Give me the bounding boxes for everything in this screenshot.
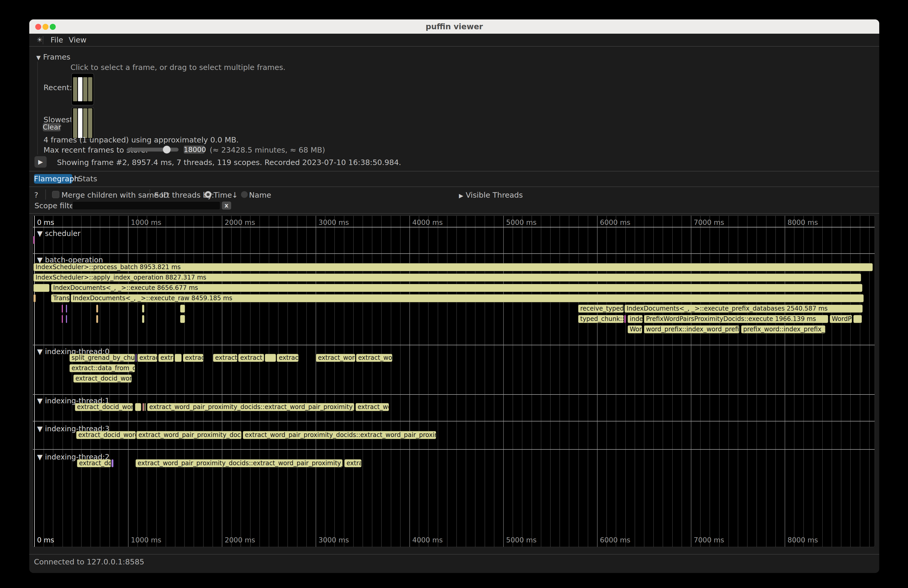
flame-bar[interactable]: extract_word_pair_proximity_docids::extr… xyxy=(243,431,436,439)
flame-bar[interactable]: IndexDocuments<_, _>::execute 8656.677 m… xyxy=(51,284,862,292)
flame-bar[interactable]: extract_wo xyxy=(356,403,389,411)
frame-preview-bar[interactable] xyxy=(88,108,92,138)
flame-bar[interactable] xyxy=(96,315,98,323)
minimize-window-icon[interactable] xyxy=(42,24,48,30)
flame-bar[interactable]: IndexDocuments<_, _>::execute_prefix_dat… xyxy=(625,305,863,313)
flame-bar[interactable] xyxy=(66,315,67,323)
flame-bar[interactable]: extrac xyxy=(345,459,362,467)
sort-time-radio[interactable] xyxy=(205,191,211,198)
flame-bar[interactable] xyxy=(135,403,141,411)
flame-bar[interactable] xyxy=(142,305,144,313)
flame-bar[interactable]: PrefixWordPairsProximityDocids::execute … xyxy=(644,315,828,323)
flame-bar[interactable]: Trans xyxy=(51,294,70,302)
app-window: puffin viewer ☀ File View ▼ Frames Click… xyxy=(29,19,879,573)
flame-bar[interactable] xyxy=(145,403,146,411)
flame-bar[interactable]: index xyxy=(628,315,642,323)
scope-filter-input[interactable] xyxy=(72,201,220,210)
flame-bar[interactable] xyxy=(34,294,36,302)
slowest-frames-thumbnail[interactable] xyxy=(71,107,94,139)
menu-file[interactable]: File xyxy=(50,34,63,46)
flame-bar[interactable]: receive_typed_ xyxy=(578,305,624,313)
sort-name-radio[interactable] xyxy=(241,191,248,198)
flame-bar[interactable]: extract_docid_word xyxy=(73,374,132,382)
visible-threads-header[interactable]: ▶ Visible Threads xyxy=(459,191,523,199)
flame-bar[interactable]: prefix_word::index_prefix_wo xyxy=(741,325,825,333)
flame-bar[interactable] xyxy=(853,315,862,323)
axis-tick-label: 8000 ms xyxy=(787,536,818,544)
max-frames-value[interactable]: 18000 xyxy=(184,146,204,154)
flame-bar[interactable]: extrac xyxy=(183,354,203,362)
help-button[interactable]: ? xyxy=(34,191,38,199)
frame-preview-bar[interactable] xyxy=(73,77,77,101)
frames-collapse-header[interactable]: ▼ Frames xyxy=(36,53,71,61)
flame-bar[interactable]: extract_docid_word xyxy=(76,431,136,439)
flame-bar[interactable]: extract_word_pair_proximity_docids::extr… xyxy=(135,459,343,467)
divider xyxy=(29,46,879,47)
frame-preview-bar[interactable] xyxy=(88,77,92,101)
max-frames-slider[interactable] xyxy=(127,148,179,151)
sort-direction-arrow-icon[interactable]: ↓ xyxy=(232,191,238,199)
flame-bar[interactable]: extract_ xyxy=(213,354,237,362)
flame-bar[interactable] xyxy=(175,354,182,362)
close-window-icon[interactable] xyxy=(35,24,41,30)
flame-bar[interactable]: extract_word_pair_proximity_docids xyxy=(136,431,241,439)
flame-bar[interactable] xyxy=(624,315,626,323)
flame-bar[interactable]: IndexScheduler>::apply_index_operation 8… xyxy=(34,273,861,281)
flame-bar[interactable]: extract_word_pair_proximity_docids::extr… xyxy=(147,403,354,411)
flame-bar[interactable]: extract_wo xyxy=(356,354,392,362)
flame-bar[interactable] xyxy=(143,403,144,411)
frame-preview-bar[interactable] xyxy=(78,77,82,101)
frame-preview-bar[interactable] xyxy=(78,108,82,138)
thread-header-scheduler[interactable]: ▼ scheduler xyxy=(37,229,80,238)
frames-hint: Click to select a frame, or drag to sele… xyxy=(71,63,286,72)
flame-bar[interactable]: split_grenad_by_chun xyxy=(69,354,135,362)
frame-preview-bar[interactable] xyxy=(73,108,77,138)
flame-bar[interactable] xyxy=(33,236,34,244)
flame-bar[interactable]: extra xyxy=(158,354,174,362)
clear-button[interactable]: Clear xyxy=(43,123,61,131)
frame-preview-bar[interactable] xyxy=(83,108,87,138)
flame-bar[interactable]: extract::data_from_ob xyxy=(69,364,135,372)
flame-bar[interactable] xyxy=(265,354,276,362)
flame-bar[interactable]: extract_word xyxy=(316,354,355,362)
flame-bar[interactable] xyxy=(180,305,185,313)
flame-bar[interactable]: word_prefix::index_word_prefix_ xyxy=(644,325,739,333)
zoom-window-icon[interactable] xyxy=(50,24,56,30)
merge-children-checkbox[interactable] xyxy=(52,191,60,198)
flame-bar[interactable]: extract xyxy=(137,354,157,362)
flame-bar[interactable] xyxy=(142,315,144,323)
merge-children-label[interactable]: Merge children with same ID xyxy=(61,191,169,199)
flame-bar[interactable]: IndexScheduler>::process_batch 8953.821 … xyxy=(34,263,873,271)
slider-knob[interactable] xyxy=(163,146,171,154)
flame-bar[interactable] xyxy=(180,315,185,323)
flame-bar[interactable]: extract_docid_word xyxy=(75,403,133,411)
flame-bar[interactable] xyxy=(34,284,50,292)
flame-bar[interactable] xyxy=(96,305,98,313)
recent-frames-thumbnail[interactable] xyxy=(71,73,94,105)
window-title: puffin viewer xyxy=(29,19,879,34)
sort-name-label[interactable]: Name xyxy=(249,191,271,199)
flame-bar[interactable]: extract_doc xyxy=(77,459,111,467)
tab-flamegraph[interactable]: Flamegraph xyxy=(34,174,72,184)
sort-time-label[interactable]: Time xyxy=(214,191,232,199)
flame-bar[interactable] xyxy=(62,315,63,323)
flame-bar[interactable]: typed_chunk::w xyxy=(578,315,624,323)
flamegraph-canvas[interactable]: 0 ms0 ms1000 ms1000 ms2000 ms2000 ms3000… xyxy=(33,215,875,547)
axis-tick-label: 4000 ms xyxy=(412,536,443,544)
flame-bar[interactable] xyxy=(111,459,114,467)
menu-view[interactable]: View xyxy=(69,34,87,46)
flame-bar[interactable]: IndexDocuments<_, _>::execute_raw 8459.1… xyxy=(71,294,864,302)
flame-bar[interactable] xyxy=(62,305,63,313)
flame-bar[interactable]: extract_ xyxy=(238,354,264,362)
flame-bar[interactable] xyxy=(66,305,67,313)
flame-bar[interactable] xyxy=(135,354,137,362)
flame-bar[interactable]: WordPr xyxy=(830,315,852,323)
slowest-label: Slowest: xyxy=(43,115,75,124)
frames-header-label: Frames xyxy=(43,53,70,61)
tab-stats[interactable]: Stats xyxy=(76,174,99,184)
flame-bar[interactable]: Word xyxy=(628,325,642,333)
play-button[interactable]: ▶ xyxy=(34,156,47,168)
flame-bar[interactable]: extract xyxy=(277,354,298,362)
frame-preview-bar[interactable] xyxy=(83,77,87,101)
clear-filter-button[interactable]: x xyxy=(222,201,231,210)
